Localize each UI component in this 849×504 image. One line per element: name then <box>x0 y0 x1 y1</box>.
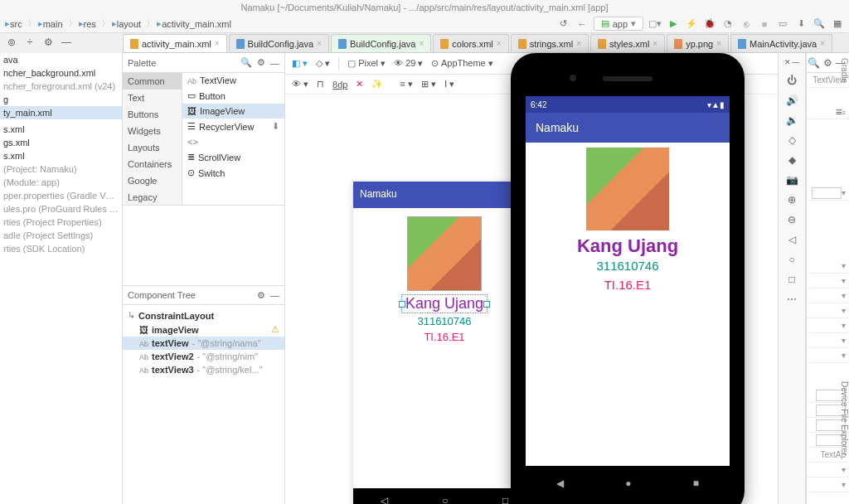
project-item[interactable]: s.xml <box>0 149 122 162</box>
editor-tab[interactable]: styles.xml× <box>590 34 665 52</box>
preview-image-view[interactable] <box>407 216 482 291</box>
device-picker[interactable]: ▢ Pixel ▾ <box>347 58 386 69</box>
avd-icon[interactable]: ▭ <box>776 17 789 31</box>
project-item[interactable]: ty_main.xml <box>0 106 122 119</box>
palette-category[interactable]: Common <box>123 73 182 90</box>
warning-icon[interactable]: ⚠ <box>271 324 279 335</box>
emu-back-icon[interactable]: ◁ <box>788 234 796 245</box>
tree-node[interactable]: AbtextView - "@string/nama" <box>123 337 284 350</box>
project-item[interactable]: ncher_background.xml <box>0 66 122 80</box>
layout-preview[interactable]: ▾▮ Namaku Kang Ujang 311610746 TI.16.E1 … <box>353 182 536 504</box>
project-item[interactable]: pper.properties (Gradle Versio <box>0 189 122 202</box>
tree-collapse-icon[interactable]: — <box>270 290 279 300</box>
palette-category[interactable]: Google <box>123 172 182 189</box>
select-opened-icon[interactable]: ⊚ <box>5 36 18 49</box>
tree-node[interactable]: AbtextView3 - "@string/kel..." <box>123 363 284 376</box>
editor-tab[interactable]: yp.png× <box>667 34 729 52</box>
tree-node[interactable]: 🖼imageView⚠ <box>123 322 284 337</box>
palette-gear-icon[interactable]: ⚙ <box>257 57 265 68</box>
volume-down-icon[interactable]: 🔉 <box>786 114 798 126</box>
project-item[interactable]: g <box>0 93 122 106</box>
palette-search-icon[interactable]: 🔍 <box>240 57 252 68</box>
close-icon[interactable]: × <box>497 39 502 48</box>
close-icon[interactable]: × <box>576 39 581 48</box>
zoom-out-icon[interactable]: ⊖ <box>788 214 796 225</box>
palette-category[interactable]: Widgets <box>123 123 182 139</box>
collapse-icon[interactable]: — <box>60 36 73 49</box>
structure-icon[interactable]: ▦ <box>831 17 844 31</box>
apply-changes-icon[interactable]: ⚡ <box>685 17 698 31</box>
back-icon[interactable]: ← <box>575 17 589 31</box>
tree-gear-icon[interactable]: ⚙ <box>257 290 265 301</box>
close-icon[interactable]: × <box>215 39 220 48</box>
camera-icon[interactable]: 📷 <box>786 174 798 186</box>
project-item[interactable]: ncher_foreground.xml (v24) <box>0 80 122 93</box>
infer-constraints-icon[interactable]: ✨ <box>371 79 383 90</box>
attr-input[interactable] <box>812 187 842 199</box>
palette-item[interactable]: ≣ScrollView <box>182 149 284 165</box>
project-tree[interactable]: avancher_background.xmlncher_foreground.… <box>0 53 123 504</box>
preview-nim-textview[interactable]: 311610746 <box>353 315 536 327</box>
breadcrumb-segment[interactable]: ▸ layout <box>112 18 141 29</box>
palette-category[interactable]: Containers <box>123 156 182 172</box>
view-mode-icon[interactable]: ◧ ▾ <box>292 58 308 69</box>
tree-node[interactable]: AbtextView2 - "@string/nim" <box>123 350 284 363</box>
editor-tab[interactable]: activity_main.xml× <box>123 34 227 52</box>
gear-icon[interactable]: ⚙ <box>41 36 55 49</box>
sync-icon[interactable]: ↺ <box>557 17 570 31</box>
project-item[interactable]: rties (Project Properties) <box>0 216 122 229</box>
attr-search-icon[interactable]: 🔍 <box>808 57 820 69</box>
power-icon[interactable]: ⏻ <box>787 75 797 86</box>
search-icon[interactable]: 🔍 <box>813 17 826 31</box>
close-icon[interactable]: × <box>419 39 424 48</box>
rotate-left-icon[interactable]: ◇ <box>788 134 796 146</box>
editor-tab[interactable]: BuildConfig.java× <box>331 34 431 52</box>
device-screen[interactable]: 6:42 ▾▲▮ Namaku Kang Ujang 311610746 TI.… <box>526 96 730 466</box>
emu-more-icon[interactable]: ⋯ <box>787 293 797 305</box>
editor-tab[interactable]: MainActivity.java× <box>730 34 832 52</box>
palette-category[interactable]: Legacy <box>123 189 182 206</box>
nav-home-icon[interactable]: ● <box>625 477 631 489</box>
volume-up-icon[interactable]: 🔊 <box>786 94 798 106</box>
palette-item[interactable]: AbTextView <box>182 73 284 88</box>
download-icon[interactable]: ⬇ <box>272 121 279 132</box>
project-item[interactable]: ava <box>0 53 122 66</box>
project-item[interactable]: (Project: Namaku) <box>0 162 122 176</box>
project-item[interactable]: gs.xml <box>0 136 122 149</box>
device-explorer-tab[interactable]: Device File Explorer <box>840 381 849 455</box>
pack-icon[interactable]: ⊞ ▾ <box>421 79 436 90</box>
project-item[interactable]: ules.pro (ProGuard Rules for <box>0 202 122 216</box>
default-margin[interactable]: 8dp <box>332 80 347 90</box>
emu-home-icon[interactable]: ○ <box>788 254 794 265</box>
close-icon[interactable]: × <box>317 39 322 48</box>
close-icon[interactable]: × <box>820 39 825 48</box>
breadcrumb-segment[interactable]: ▸ main <box>38 18 63 29</box>
emu-close-icon[interactable]: ✕ <box>784 58 791 66</box>
gradle-tab[interactable]: Gradle <box>840 58 849 83</box>
component-tree[interactable]: ↳ConstraintLayout🖼imageView⚠AbtextView -… <box>123 305 284 380</box>
editor-tab[interactable]: colors.xml× <box>433 34 508 52</box>
magnet-icon[interactable]: ⊓ <box>317 79 324 90</box>
attr-gear-icon[interactable]: ⚙ <box>823 57 832 69</box>
palette-item[interactable]: <> <box>182 134 284 149</box>
tree-node[interactable]: ↳ConstraintLayout <box>123 308 284 322</box>
palette-categories[interactable]: CommonTextButtonsWidgetsLayoutsContainer… <box>123 73 182 205</box>
breadcrumb-segment[interactable]: ▸ activity_main.xml <box>157 18 231 29</box>
guideline-icon[interactable]: Ⅰ ▾ <box>444 79 454 90</box>
editor-tab[interactable]: BuildConfig.java× <box>229 34 329 52</box>
orientation-icon[interactable]: ◇ ▾ <box>316 58 330 69</box>
api-picker[interactable]: 👁 29 ▾ <box>394 58 423 69</box>
align-icon[interactable]: ≡ ▾ <box>400 79 412 90</box>
run-icon[interactable]: ▶ <box>667 17 680 31</box>
palette-category[interactable]: Layouts <box>123 139 182 156</box>
palette-item[interactable]: ⊙Switch <box>182 165 284 181</box>
stop-icon[interactable]: ■ <box>758 17 771 31</box>
palette-item[interactable]: ▭Button <box>182 88 284 104</box>
breadcrumb-segment[interactable]: ▸ res <box>79 18 96 29</box>
close-icon[interactable]: × <box>653 39 657 48</box>
expand-icon[interactable]: ÷ <box>23 36 36 49</box>
palette-item[interactable]: ☰RecyclerView⬇ <box>182 119 284 134</box>
project-item[interactable]: s.xml <box>0 123 122 136</box>
close-icon[interactable]: × <box>716 39 721 48</box>
preview-name-textview[interactable]: Kang Ujang <box>401 294 488 313</box>
